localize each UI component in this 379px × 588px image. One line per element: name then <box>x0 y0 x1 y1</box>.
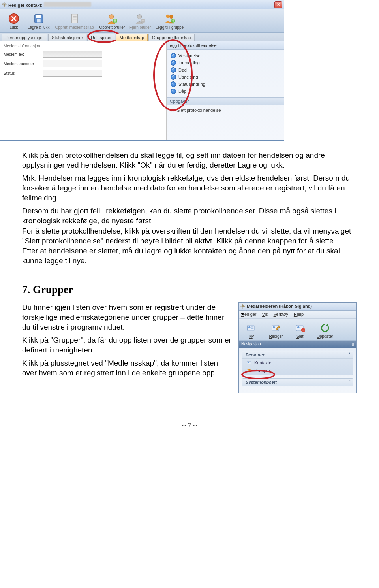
tab-stabsfunksjoner[interactable]: Stabsfunksjoner <box>48 34 86 41</box>
nav-item-icon <box>246 368 252 373</box>
menu-hjelp[interactable]: Hjelp <box>294 312 304 317</box>
users-add-icon <box>164 13 176 24</box>
field-label: Medlemsnummer <box>4 62 43 66</box>
contact-name-blurred <box>44 2 91 7</box>
tab-relasjoner[interactable]: Relasjoner <box>87 34 115 41</box>
toolbar-slett[interactable]: Slett <box>289 322 311 339</box>
svg-line-8 <box>6 3 6 4</box>
svg-point-39 <box>248 362 249 363</box>
toolbar-lukk[interactable]: Lukk <box>3 11 25 31</box>
chevron-icon: ˄ <box>348 352 350 357</box>
nav-panel: Personer˄KontakterGrupperSystemoppsett˅ <box>239 348 356 393</box>
field-input[interactable] <box>43 70 102 77</box>
refresh-icon <box>319 322 330 334</box>
toolbar-legg-til-i-gruppe[interactable]: Legg til i gruppe <box>154 11 186 31</box>
svg-point-19 <box>137 15 142 19</box>
svg-rect-13 <box>71 14 77 23</box>
screenshot-rediger-kontakt: Rediger kontakt: ✕ LukkLagre & lukkOppre… <box>0 0 379 141</box>
window-titlebar: Rediger kontakt: ✕ <box>0 0 284 9</box>
svg-rect-31 <box>251 326 253 327</box>
paragraph: Etter at hendelsene er slettet, må du la… <box>22 246 357 266</box>
protokoll-item-utmelding[interactable]: Utmelding <box>171 74 280 81</box>
nav-item-icon <box>246 360 252 366</box>
tab-personopplysninger[interactable]: Personopplysninger <box>2 34 47 41</box>
check-icon <box>171 74 176 80</box>
save-icon <box>33 13 45 24</box>
document-body: Klikk på den protokollhendelsen du skal … <box>22 150 357 393</box>
svg-point-34 <box>273 326 275 328</box>
nav-label: Navigasjon <box>241 342 261 346</box>
pin-icon: ▯ <box>352 342 354 346</box>
nav-item-kontakter[interactable]: Kontakter <box>242 359 353 367</box>
toolbar-lagre-lukk[interactable]: Lagre & lukk <box>26 11 52 31</box>
svg-line-7 <box>3 6 4 6</box>
menu-verktøy[interactable]: Verktøy <box>274 312 288 317</box>
check-icon <box>171 60 176 66</box>
form-pane: Medlemsinformasjon Medlem av:Medlemsnumm… <box>0 41 166 140</box>
close-x-icon: ✕ <box>171 107 174 113</box>
protokoll-item-dåp[interactable]: Dåp <box>171 88 280 95</box>
win2-toolbar: NyRedigerSlettOppdater <box>239 318 356 341</box>
protokoll-item-innmelding[interactable]: Innmelding <box>171 59 280 66</box>
nav-item-grupper[interactable]: Grupper <box>242 367 353 375</box>
side-pane: egg til protokollhendelse VelsignelseInn… <box>166 41 284 140</box>
fieldset-label: Medlemsinformasjon <box>4 44 163 48</box>
win2-menubar: ➤ RedigerVisVerktøyHjelp <box>239 311 356 318</box>
svg-line-6 <box>6 6 6 6</box>
window-body: Medlemsinformasjon Medlem av:Medlemsnumm… <box>0 41 284 140</box>
svg-point-22 <box>169 15 173 19</box>
side-action-label: Slett protokollhendelse <box>177 108 221 113</box>
toolbar-ny[interactable]: Ny <box>240 322 263 339</box>
heading-grupper: 7. Grupper <box>22 284 357 296</box>
field-label: Medlem av: <box>4 52 43 57</box>
app-icon <box>2 2 7 7</box>
tab-medlemskap[interactable]: Medlemskap <box>116 34 148 41</box>
paragraph: Dersom du har gjort feil i rekkefølgen, … <box>22 206 357 226</box>
svg-point-30 <box>248 326 250 328</box>
user-add-icon <box>106 13 118 24</box>
check-icon <box>171 67 176 73</box>
tab-gruppemedlemskap[interactable]: Gruppemedlemskap <box>148 34 195 41</box>
protokoll-item-velsignelse[interactable]: Velsignelse <box>171 52 280 59</box>
protokoll-item-død[interactable]: Død <box>171 66 280 74</box>
field-input[interactable] <box>43 60 102 67</box>
form-row: Medlemsnummer <box>4 60 163 67</box>
section-7-text: Du finner igjen listen over hvem som er … <box>22 302 232 381</box>
check-icon <box>171 89 176 94</box>
toolbar-oppdater[interactable]: Oppdater <box>314 322 336 339</box>
toolbar-opprett-bruker[interactable]: Opprett bruker <box>98 11 127 31</box>
close-circle-icon <box>8 13 20 24</box>
svg-point-36 <box>297 326 299 328</box>
paragraph: Du finner igjen listen over hvem som er … <box>22 302 232 332</box>
paragraph: Klikk på plusstegnet ved "Medlemsskap", … <box>22 358 232 378</box>
paragraph: Klikk på den protokollhendelsen du skal … <box>22 150 357 170</box>
toolbar: LukkLagre & lukkOpprett medlemsskapOppre… <box>0 9 284 33</box>
window-close-button[interactable]: ✕ <box>274 1 282 8</box>
svg-point-24 <box>242 305 244 307</box>
tab-strip: PersonopplysningerStabsfunksjonerRelasjo… <box>0 33 284 41</box>
nav-group-header[interactable]: Personer˄ <box>242 351 353 359</box>
form-row: Medlem av: <box>4 51 163 58</box>
field-input[interactable] <box>43 51 102 58</box>
svg-rect-38 <box>247 361 251 364</box>
paragraph: Mrk: Hendelser må legges inn i kronologi… <box>22 173 357 203</box>
menu-vis[interactable]: Vis <box>262 312 268 317</box>
check-icon <box>171 81 176 87</box>
svg-rect-11 <box>36 15 41 18</box>
check-icon <box>171 53 176 58</box>
page-number: ~ 7 ~ <box>22 422 357 430</box>
svg-point-17 <box>109 15 113 19</box>
paragraph: Klikk på "Grupper", da får du opp listen… <box>22 335 232 355</box>
paragraph: For å slette protokollhendelse, klikk på… <box>22 226 357 246</box>
toolbar-opprett-medlemsskap: Opprett medlemsskap <box>53 11 97 31</box>
card-del-icon <box>295 322 306 334</box>
side-subheader: Oppgaver <box>167 97 284 105</box>
protokoll-item-statusendring[interactable]: Statusendring <box>171 81 280 88</box>
nav-group-header[interactable]: Systemoppsett˅ <box>242 379 353 386</box>
win2-title: Medarbeideren (Håkon Sigland) <box>247 304 312 309</box>
slett-protokollhendelse-action[interactable]: ✕ Slett protokollhendelse <box>167 105 284 115</box>
toolbar-fjern-bruker: Fjern bruker <box>128 11 153 31</box>
user-remove-icon <box>134 13 146 24</box>
toolbar-rediger[interactable]: Rediger <box>265 322 287 339</box>
svg-rect-12 <box>37 19 40 23</box>
